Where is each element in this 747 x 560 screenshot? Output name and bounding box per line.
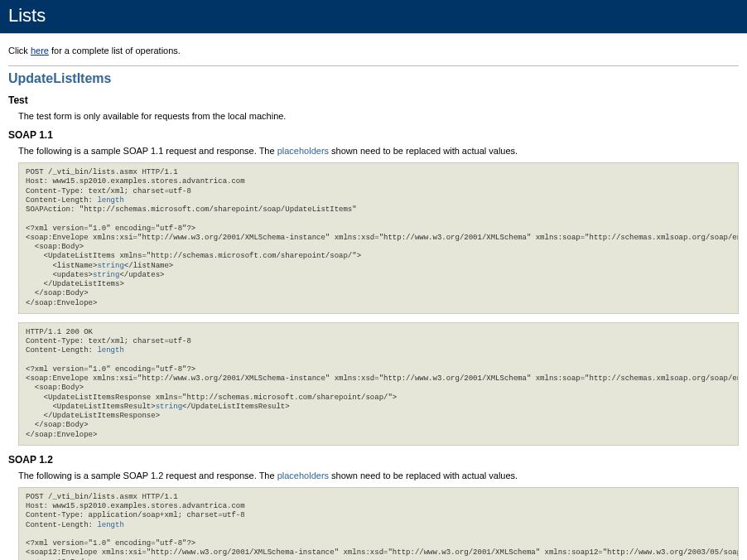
test-heading: Test: [8, 94, 739, 106]
placeholder-value: length: [97, 196, 123, 205]
soap11-desc-prefix: The following is a sample SOAP 1.1 reque…: [18, 146, 277, 156]
soap11-response-code: HTTP/1.1 200 OK Content-Type: text/xml; …: [18, 322, 739, 446]
soap11-desc: The following is a sample SOAP 1.1 reque…: [18, 146, 739, 156]
soap12-desc-suffix: shown need to be replaced with actual va…: [329, 471, 518, 480]
placeholder-value: length: [97, 346, 123, 355]
operations-link[interactable]: here: [31, 46, 49, 56]
soap12-desc: The following is a sample SOAP 1.2 reque…: [18, 471, 739, 480]
soap12-desc-prefix: The following is a sample SOAP 1.2 reque…: [18, 471, 277, 480]
intro-text: Click here for a complete list of operat…: [8, 46, 739, 56]
operation-name: UpdateListItems: [8, 71, 739, 86]
test-desc: The test form is only available for requ…: [18, 111, 739, 121]
placeholder-text: placeholders: [277, 146, 329, 156]
soap11-heading: SOAP 1.1: [8, 129, 739, 141]
intro-suffix: for a complete list of operations.: [49, 46, 181, 56]
content-area: Click here for a complete list of operat…: [0, 34, 747, 560]
placeholder-value: string: [156, 403, 182, 411]
soap12-request-code: POST /_vti_bin/lists.asmx HTTP/1.1 Host:…: [18, 487, 739, 560]
placeholder-value: length: [97, 521, 123, 529]
divider: [8, 65, 739, 66]
page-title: Lists: [0, 0, 747, 34]
soap12-heading: SOAP 1.2: [8, 454, 739, 466]
placeholder-value: string: [97, 262, 123, 270]
soap11-request-code: POST /_vti_bin/lists.asmx HTTP/1.1 Host:…: [18, 162, 739, 314]
placeholder-value: string: [93, 271, 119, 279]
placeholder-text: placeholders: [277, 471, 329, 480]
intro-prefix: Click: [8, 46, 31, 56]
soap11-desc-suffix: shown need to be replaced with actual va…: [329, 146, 518, 156]
